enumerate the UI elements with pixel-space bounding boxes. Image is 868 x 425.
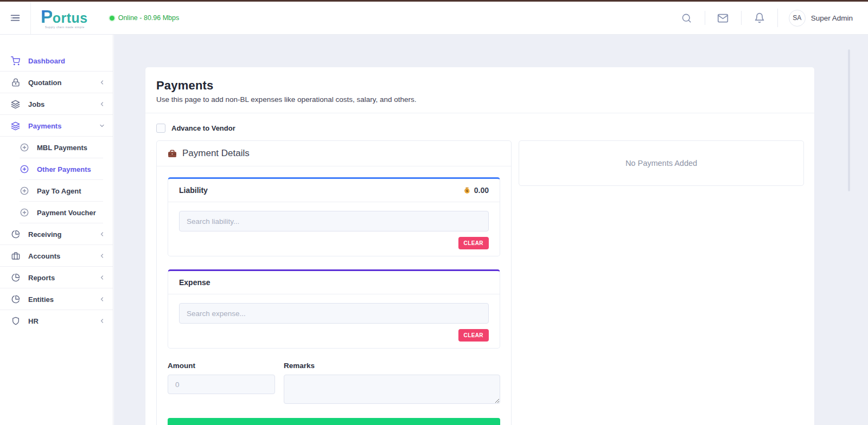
payment-details-card: Payment Details Liability $ 0.00 — [156, 140, 512, 425]
sidebar-item-receiving[interactable]: Receiving — [0, 223, 113, 245]
payments-page-card: Payments Use this page to add non-BL exp… — [145, 67, 814, 425]
logo-tagline: Supply chain made simple — [45, 26, 88, 29]
app-logo[interactable]: Portus Supply chain made simple — [31, 7, 88, 29]
sidebar-item-label: Jobs — [28, 100, 99, 108]
vertical-scrollbar[interactable] — [848, 49, 850, 191]
chevron-left-icon — [99, 274, 105, 281]
liability-amount-value: 0.00 — [474, 186, 489, 195]
sidebar-item-label: Quotation — [28, 79, 99, 87]
sidebar-item-jobs[interactable]: Jobs — [0, 93, 113, 115]
bell-icon — [754, 12, 765, 23]
remarks-textarea[interactable] — [284, 375, 500, 404]
sidebar-item-pay-to-agent[interactable]: Pay To Agent — [0, 180, 113, 202]
sidebar-item-quotation[interactable]: Quotation — [0, 72, 113, 93]
user-name: Super Admin — [811, 14, 853, 22]
sidebar-item-other-payments[interactable]: Other Payments — [0, 158, 113, 180]
page-title: Payments — [156, 79, 803, 93]
liability-clear-button[interactable]: CLEAR — [458, 237, 489, 249]
liability-section: Liability $ 0.00 CLEAR — [168, 177, 500, 256]
page-subtitle: Use this page to add non-BL expenses lik… — [156, 95, 803, 104]
layers-icon — [11, 100, 20, 109]
sidebar-item-label: Payment Voucher — [37, 209, 105, 217]
chevron-left-icon — [99, 79, 105, 86]
liability-amount: $ 0.00 — [463, 186, 489, 195]
chevron-left-icon — [99, 253, 105, 259]
logo-text: ortus — [53, 11, 88, 25]
sidebar-toggle-button[interactable] — [0, 2, 31, 34]
payment-details-title: Payment Details — [182, 148, 250, 159]
search-button[interactable] — [669, 2, 705, 34]
sidebar-item-label: MBL Payments — [37, 144, 105, 152]
sidebar-item-label: Pay To Agent — [37, 187, 105, 195]
svg-text:$: $ — [466, 189, 468, 192]
sidebar-item-label: Reports — [28, 274, 99, 282]
expense-search-input[interactable] — [179, 303, 489, 324]
layers-icon — [11, 121, 20, 131]
briefcase-emoji-icon — [168, 149, 177, 158]
page-header: Payments Use this page to add non-BL exp… — [145, 67, 814, 113]
sidebar-item-label: Dashboard — [28, 57, 105, 65]
liability-search-input[interactable] — [179, 211, 489, 231]
mail-icon — [717, 12, 729, 24]
sidebar-item-dashboard[interactable]: Dashboard — [0, 50, 113, 72]
sidebar-item-label: Other Payments — [37, 165, 105, 173]
amount-label: Amount — [168, 362, 275, 370]
notifications-button[interactable] — [742, 2, 777, 34]
sidebar-item-hr[interactable]: HR — [0, 310, 113, 332]
hamburger-menu-icon — [9, 12, 21, 24]
sidebar-item-mbl-payments[interactable]: MBL Payments — [0, 137, 113, 158]
chevron-left-icon — [99, 231, 105, 237]
amount-input[interactable] — [168, 375, 275, 394]
connection-status: Online - 80.96 Mbps — [110, 14, 180, 22]
sidebar: Dashboard Quotation Jobs Payments MBL Pa… — [0, 35, 113, 425]
add-to-list-button[interactable]: ADD TO LIST — [168, 418, 500, 425]
advance-to-vendor-label: Advance to Vendor — [171, 124, 235, 132]
chevron-left-icon — [99, 318, 105, 324]
advance-to-vendor-checkbox[interactable] — [156, 124, 165, 133]
search-icon — [681, 13, 692, 23]
shield-icon — [11, 317, 20, 326]
expense-section: Expense CLEAR — [168, 269, 500, 349]
plus-circle-icon — [20, 208, 29, 217]
payments-empty-state-card: No Payments Added — [519, 140, 804, 186]
sidebar-item-entities[interactable]: Entities — [0, 288, 113, 310]
user-menu[interactable]: SA Super Admin — [778, 10, 868, 27]
sidebar-item-label: Receiving — [28, 230, 99, 239]
moneybag-icon: $ — [463, 186, 471, 195]
sidebar-item-label: Accounts — [28, 252, 99, 260]
avatar: SA — [789, 10, 806, 27]
plus-circle-icon — [20, 165, 29, 174]
sidebar-item-reports[interactable]: Reports — [0, 267, 113, 288]
briefcase-icon — [11, 252, 20, 261]
plus-circle-icon — [20, 186, 29, 196]
chevron-down-icon — [99, 123, 105, 129]
chevron-left-icon — [99, 101, 105, 107]
pie-chart-icon — [11, 230, 20, 239]
sidebar-item-payments[interactable]: Payments — [0, 115, 113, 137]
remarks-label: Remarks — [284, 362, 500, 370]
sidebar-item-accounts[interactable]: Accounts — [0, 245, 113, 267]
sidebar-item-payment-voucher[interactable]: Payment Voucher — [0, 202, 113, 223]
expense-clear-button[interactable]: CLEAR — [458, 329, 489, 342]
messages-button[interactable] — [705, 2, 741, 34]
plus-circle-icon — [20, 143, 29, 152]
chevron-left-icon — [99, 296, 105, 302]
cart-icon — [11, 56, 20, 66]
sidebar-item-label: HR — [28, 317, 99, 325]
sidebar-item-label: Entities — [28, 295, 99, 304]
app-header: Portus Supply chain made simple Online -… — [0, 2, 868, 35]
online-status-dot-icon — [110, 16, 114, 21]
logo-initial: P — [41, 7, 52, 25]
top-accent-bar — [0, 0, 868, 2]
liability-title: Liability — [179, 186, 208, 195]
sidebar-item-label: Payments — [28, 122, 99, 130]
main-content: Payments Use this page to add non-BL exp… — [114, 35, 868, 425]
empty-state-message: No Payments Added — [626, 159, 697, 168]
advance-to-vendor-row: Advance to Vendor — [145, 113, 814, 140]
lock-icon — [11, 78, 20, 87]
pie-chart-icon — [11, 273, 20, 282]
payment-details-header: Payment Details — [157, 141, 511, 166]
expense-title: Expense — [179, 278, 210, 287]
pie-chart-icon — [11, 295, 20, 304]
online-status-text: Online - 80.96 Mbps — [118, 14, 180, 22]
